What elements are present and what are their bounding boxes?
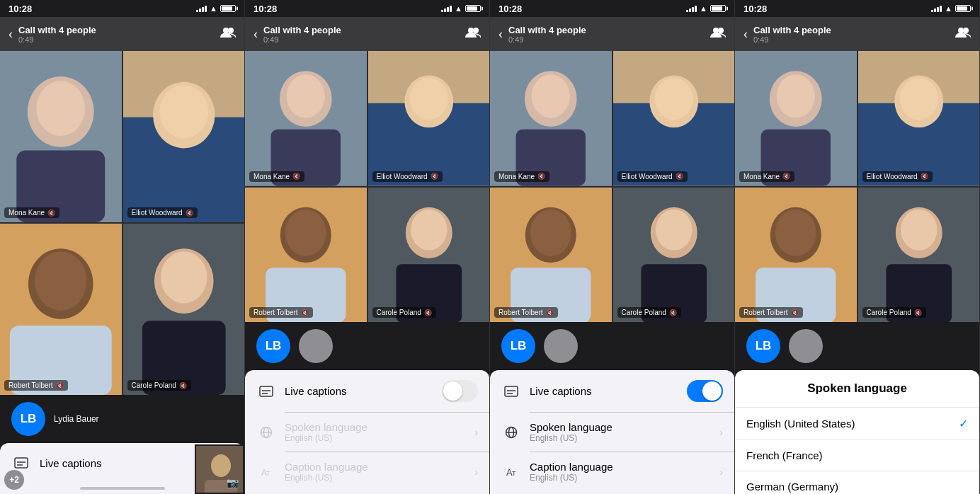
mute-icon-carole-1: 🔇	[179, 382, 187, 389]
back-button-3[interactable]: ‹	[498, 27, 503, 42]
plus-badge-1: +2	[4, 470, 24, 490]
name-badge-mona-4: Mona Kane 🔇	[739, 171, 794, 182]
self-avatar-2: LB	[256, 329, 290, 363]
video-grid-1: Mona Kane 🔇 Elliot Woodward 🔇	[0, 51, 244, 395]
caption-language-row-3[interactable]: A T Caption language English (US) ›	[490, 452, 734, 491]
mute-icon-carole-2: 🔇	[424, 309, 432, 316]
name-badge-robert-4: Robert Tolbert 🔇	[739, 307, 803, 318]
people-icon-4[interactable]	[955, 27, 971, 41]
phone-screen-4: 10:28 ▲ ‹ Call with 4 people 0:49	[735, 0, 980, 494]
signal-bars-2	[441, 5, 452, 12]
mute-icon-elliot-3: 🔇	[676, 173, 683, 180]
home-indicator-3	[490, 491, 734, 494]
spoken-language-row-3[interactable]: Spoken language English (US) ›	[490, 413, 734, 452]
video-cell-carole-2: Carole Poland 🔇	[368, 188, 490, 323]
svg-point-88	[775, 209, 816, 256]
svg-point-29	[287, 74, 325, 117]
battery-icon-1	[220, 5, 236, 12]
captions-icon-3	[501, 381, 521, 401]
mute-icon-carole-3: 🔇	[669, 309, 677, 316]
call-title-4: Call with 4 people	[753, 25, 955, 35]
phone-screen-2: 10:28 ▲ ‹ Call with 4 people 0:49	[245, 0, 490, 494]
video-cell-carole-3: Carole Poland 🔇	[613, 188, 735, 323]
captions-icon-2	[256, 381, 276, 401]
svg-rect-42	[260, 386, 273, 396]
language-row-german[interactable]: German (Germany)	[735, 471, 979, 494]
status-time-1: 10:28	[8, 4, 32, 14]
caption-language-row-2: A T Caption language English (US) ›	[245, 452, 489, 491]
signal-bars-1	[196, 5, 207, 12]
svg-point-55	[532, 74, 570, 117]
language-row-french[interactable]: French (France)	[735, 440, 979, 471]
captions-panel-3: Live captions Spoken language English (U…	[490, 370, 734, 494]
mute-icon-mona-1: 🔇	[47, 209, 55, 217]
call-header-4: ‹ Call with 4 people 0:49	[735, 17, 979, 51]
caption-lang-value-3: English (US)	[530, 473, 719, 483]
caption-lang-value-2: English (US)	[285, 473, 474, 483]
call-duration-3: 0:49	[508, 35, 710, 44]
svg-point-25	[473, 28, 479, 33]
name-badge-robert-3: Robert Tolbert 🔇	[494, 307, 558, 318]
name-badge-carole-3: Carole Poland 🔇	[617, 307, 681, 318]
back-button-4[interactable]: ‹	[743, 27, 748, 42]
svg-point-1	[228, 28, 234, 33]
self-avatar-3: LB	[501, 329, 535, 363]
gray-avatar-3	[544, 329, 578, 363]
status-bar-1: 10:28 ▲	[0, 0, 244, 17]
people-icon-1[interactable]	[220, 27, 236, 41]
wifi-icon-1: ▲	[210, 4, 217, 13]
svg-point-33	[409, 78, 448, 120]
svg-point-5	[36, 81, 85, 136]
back-button-2[interactable]: ‹	[253, 27, 258, 42]
mute-icon-robert-3: 🔇	[546, 309, 554, 316]
video-cell-mona-4: Mona Kane 🔇	[735, 51, 857, 186]
svg-point-19	[211, 454, 231, 477]
call-info-4: Call with 4 people 0:49	[753, 25, 955, 44]
signal-bars-4	[931, 5, 942, 12]
video-cell-mona-3: Mona Kane 🔇	[490, 51, 612, 186]
wifi-icon-3: ▲	[700, 4, 707, 13]
video-cell-robert-3: Robert Tolbert 🔇	[490, 188, 612, 323]
spoken-lang-label-3: Spoken language	[530, 421, 719, 433]
mute-icon-elliot-2: 🔇	[431, 173, 438, 180]
live-captions-toggle-row-3[interactable]: Live captions	[490, 370, 734, 412]
live-captions-label-3: Live captions	[530, 385, 687, 397]
language-row-english-us[interactable]: English (United States) ✓	[735, 407, 979, 440]
camera-icon-1: 📷	[227, 477, 239, 488]
wifi-icon-4: ▲	[945, 4, 952, 13]
video-cell-mona-1: Mona Kane 🔇	[0, 51, 122, 222]
mute-icon-carole-4: 🔇	[914, 309, 922, 316]
name-badge-robert-1: Robert Tolbert 🔇	[4, 380, 68, 391]
status-time-3: 10:28	[498, 4, 522, 14]
status-icons-3: ▲	[686, 4, 726, 13]
name-badge-carole-1: Carole Poland 🔇	[127, 380, 191, 391]
spoken-lang-value-3: English (US)	[530, 433, 719, 443]
svg-point-40	[410, 209, 447, 251]
svg-point-59	[654, 78, 693, 120]
mute-icon-mona-4: 🔇	[782, 173, 790, 180]
svg-point-62	[530, 209, 571, 256]
video-cell-elliot-1: Elliot Woodward 🔇	[123, 51, 245, 222]
live-captions-toggle-3[interactable]	[687, 380, 723, 402]
live-captions-toggle-2[interactable]	[442, 380, 478, 402]
spoken-lang-chevron-3: ›	[719, 427, 723, 438]
svg-point-9	[159, 85, 208, 138]
live-captions-toggle-row-2[interactable]: Live captions	[245, 370, 489, 412]
name-badge-elliot-2: Elliot Woodward 🔇	[372, 171, 443, 182]
people-icon-2[interactable]	[465, 27, 481, 41]
signal-bars-3	[686, 5, 697, 12]
battery-icon-4	[955, 5, 971, 12]
video-grid-3: Mona Kane 🔇 Elliot Woodward 🔇	[490, 51, 734, 322]
spoken-lang-value-2: English (US)	[285, 433, 474, 443]
spoken-lang-chevron-2: ›	[474, 427, 478, 438]
name-badge-elliot-1: Elliot Woodward 🔇	[127, 207, 198, 218]
people-icon-3[interactable]	[710, 27, 726, 41]
svg-text:T: T	[266, 470, 270, 477]
svg-point-51	[718, 28, 724, 33]
battery-icon-3	[710, 5, 726, 12]
call-info-1: Call with 4 people 0:49	[18, 25, 220, 44]
wifi-icon-2: ▲	[455, 4, 462, 13]
back-button-1[interactable]: ‹	[8, 27, 13, 42]
call-duration-2: 0:49	[263, 35, 465, 44]
svg-point-24	[468, 28, 474, 33]
